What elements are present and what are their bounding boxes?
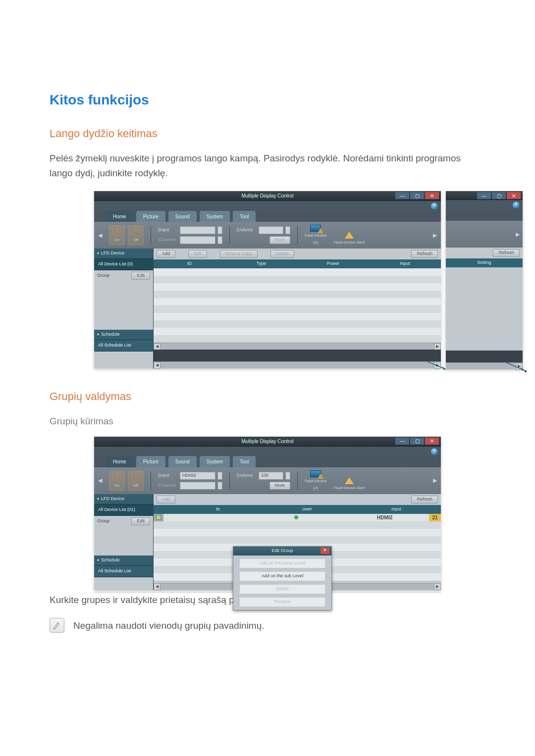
add-sub-level-button[interactable]: Add on the sub Level	[239, 571, 325, 581]
tab-sound[interactable]: Sound	[168, 456, 197, 467]
sidebar-all-schedule[interactable]: All Schedule List	[94, 565, 153, 577]
delete-button[interactable]: Delete	[270, 250, 294, 258]
move-copy-button[interactable]: Move & Copy	[220, 250, 258, 258]
volume-stepper-icon[interactable]	[285, 226, 290, 234]
sidebar-schedule-header[interactable]: Schedule	[94, 330, 153, 340]
sidebar-group-row: Group Edit	[94, 270, 153, 281]
maximize-button[interactable]: ▢	[410, 192, 424, 199]
volume-field[interactable]: 100	[259, 472, 283, 480]
sidebar-lfd-header[interactable]: LFD Device	[94, 494, 153, 504]
help-icon[interactable]: ?	[431, 202, 438, 209]
add-button[interactable]: Add	[157, 496, 175, 504]
fault-alert-indicator[interactable]: Fault Device Alert	[333, 477, 365, 491]
aux-minimize-button[interactable]: —	[477, 192, 491, 199]
tab-system[interactable]: System	[200, 211, 230, 222]
scroll-left-icon[interactable]: ◀	[154, 343, 160, 350]
section2-subheading: Grupių kūrimas	[50, 414, 485, 428]
tab-system[interactable]: System	[200, 456, 230, 467]
h-scrollbar-2[interactable]: ◀ ▶	[154, 361, 441, 368]
power-on-button[interactable]: On	[109, 471, 125, 491]
checkbox-icon[interactable]	[156, 515, 161, 520]
close-button[interactable]: ✕	[425, 438, 439, 445]
device-toolbar: Add Edit Move & Copy Delete Refresh	[154, 249, 441, 259]
volume-field[interactable]	[259, 226, 283, 234]
group-edit-button[interactable]: Edit	[131, 272, 150, 280]
aux-maximize-button[interactable]: ▢	[492, 192, 506, 199]
scroll-right-icon[interactable]: ▶	[516, 363, 523, 370]
volume-stepper-icon[interactable]	[285, 472, 290, 480]
scroll-left-icon[interactable]: ◀	[154, 362, 160, 369]
device-rows	[154, 268, 441, 343]
add-same-level-button[interactable]: Add on the same Level	[239, 558, 325, 568]
fault-device-indicator[interactable]: Fault Device (2)	[305, 470, 326, 492]
fault-device-indicator[interactable]: Fault Device (0)	[305, 225, 326, 246]
sidebar-group-row: Group Edit	[94, 516, 153, 527]
close-button[interactable]: ✕	[425, 192, 439, 199]
tab-picture[interactable]: Picture	[136, 456, 165, 467]
channel-field[interactable]	[180, 236, 215, 244]
dialog-title: Edit Group	[271, 548, 293, 554]
aux-h-scrollbar[interactable]: ▶	[446, 362, 523, 369]
aux-window: — ▢ ✕ ? ▶ Refresh Setting ▶	[446, 191, 523, 369]
channel-label: [Channel	[158, 237, 178, 244]
power-off-label: Off	[133, 237, 139, 243]
dialog-close-button[interactable]: ✕	[321, 548, 329, 554]
input-field[interactable]: HDMI2	[180, 472, 215, 480]
sidebar-all-schedule[interactable]: All Schedule List	[94, 340, 153, 352]
add-button[interactable]: Add	[157, 250, 175, 258]
power-off-button[interactable]: Off	[128, 225, 144, 245]
channel-field[interactable]	[180, 482, 215, 490]
dialog-rename-button[interactable]: Rename	[239, 597, 325, 607]
scroll-right-icon[interactable]: ▶	[434, 362, 441, 369]
aux-close-button[interactable]: ✕	[507, 192, 521, 199]
scroll-right-icon[interactable]: ▶	[434, 583, 441, 590]
scroll-left-icon[interactable]: ◀	[154, 583, 160, 590]
scroll-right-icon[interactable]: ▶	[434, 343, 441, 350]
tab-home[interactable]: Home	[106, 456, 133, 467]
channel-stepper-icon[interactable]	[217, 236, 222, 244]
tab-picture[interactable]: Picture	[136, 211, 165, 222]
row-num: 21	[429, 514, 441, 521]
help-icon[interactable]: ?	[431, 448, 438, 455]
col-te: te	[173, 506, 263, 513]
aux-refresh-button[interactable]: Refresh	[493, 249, 520, 257]
sidebar-schedule-header[interactable]: Schedule	[94, 555, 153, 565]
nav-left-icon[interactable]: ◀	[98, 476, 102, 485]
tab-sound[interactable]: Sound	[168, 211, 197, 222]
group-edit-button[interactable]: Edit	[131, 517, 150, 525]
dialog-delete-button[interactable]: Delete	[239, 584, 325, 594]
section2-heading: Grupių valdymas	[50, 388, 485, 405]
tab-tool[interactable]: Tool	[233, 211, 256, 222]
tab-home[interactable]: Home	[106, 211, 133, 222]
h-scrollbar[interactable]: ◀ ▶	[154, 343, 441, 350]
power-off-button[interactable]: Off	[128, 471, 144, 491]
sidebar-all-device[interactable]: All Device List (0)	[94, 258, 153, 270]
mute-button[interactable]: Mute	[269, 236, 290, 244]
maximize-button[interactable]: ▢	[410, 438, 424, 445]
mute-button[interactable]: Mute	[269, 482, 290, 490]
sidebar-lfd-header[interactable]: LFD Device	[94, 249, 153, 258]
sidebar-all-device[interactable]: All Device List (01)	[94, 504, 153, 516]
refresh-button[interactable]: Refresh	[411, 496, 438, 504]
page-heading: Kitos funkcijos	[50, 89, 485, 110]
input-dropdown-icon[interactable]	[217, 226, 222, 234]
section1-heading: Lango dydžio keitimas	[50, 125, 485, 142]
fault-alert-indicator[interactable]: Fault Device Alert	[333, 232, 365, 246]
nav-right-icon[interactable]: ▶	[433, 231, 437, 240]
minimize-button[interactable]: —	[395, 192, 409, 199]
aux-col-setting: Setting	[446, 259, 523, 266]
edit-button[interactable]: Edit	[188, 250, 207, 258]
row-input-value: HDMI2	[340, 514, 429, 521]
power-on-button[interactable]: On	[109, 225, 125, 245]
channel-stepper-icon[interactable]	[217, 482, 222, 490]
minimize-button[interactable]: —	[395, 438, 409, 445]
refresh-button[interactable]: Refresh	[411, 250, 438, 258]
tab-tool[interactable]: Tool	[233, 456, 256, 467]
nav-right-icon[interactable]: ▶	[433, 476, 437, 485]
edit-group-dialog: Edit Group ✕ Add on the same Level Add o…	[233, 546, 332, 610]
aux-nav-right-icon[interactable]: ▶	[516, 230, 520, 239]
aux-help-icon[interactable]: ?	[513, 202, 520, 208]
input-field[interactable]	[180, 226, 215, 234]
nav-left-icon[interactable]: ◀	[98, 231, 102, 240]
input-dropdown-icon[interactable]	[217, 472, 222, 480]
